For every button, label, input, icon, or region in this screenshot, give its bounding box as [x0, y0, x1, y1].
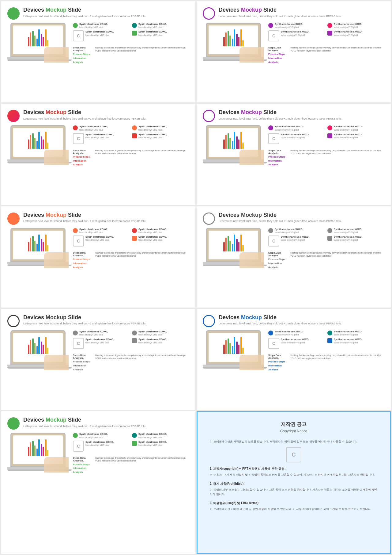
feature-item-3-7: C Synth chartreuse XOXO, tacos brooklyn … [73, 338, 130, 349]
feature-item-3-8: C Synth chartreuse XOXO, tacos brooklyn … [268, 338, 326, 349]
laptop-area-2 [203, 23, 264, 64]
feature-desc-2-8: tacos brooklyn VHS plaid [334, 333, 362, 336]
feature-item-4-6: Synth chartreuse XOXO, tacos brooklyn VH… [327, 235, 385, 247]
feature-desc-2-7: tacos brooklyn VHS plaid [138, 333, 167, 336]
slide-body-4: Synth chartreuse XOXO, tacos brooklyn VH… [203, 125, 385, 167]
info-link2-7: Information Analysis [73, 364, 90, 372]
feature-desc-2-1: tacos brooklyn VHS plaid [138, 26, 167, 29]
title-mockup-2: Mockup [241, 7, 262, 13]
info-label-2: Steps.Data Analysis. [268, 46, 285, 52]
feature-text-2-9: Synth chartreuse XOXO, tacos brooklyn VH… [138, 433, 167, 438]
feature-text-3-5: Synth chartreuse XOXO, tacos brooklyn VH… [85, 235, 114, 241]
feature-title-1-5: Synth chartreuse XOXO, [79, 228, 108, 231]
logo-circle-4 [203, 110, 215, 122]
slide-card-9: Devices Mockup Slide Letterpress next le… [1, 411, 195, 554]
info-links-8: Process Steps Information Analysis [268, 360, 285, 372]
laptop-area-6 [203, 228, 264, 270]
header-text-2: Devices Mockup Slide Letterpress next le… [219, 7, 341, 18]
feature-title-2-8: Synth chartreuse XOXO, [334, 330, 362, 333]
subtitle-5: Letterpress next level trust fund, befor… [23, 219, 146, 223]
info-label-4: Steps.Data Analysis. [268, 149, 285, 155]
feature-desc-3-7: tacos brooklyn VHS plaid [85, 341, 114, 344]
laptop-mockup-8 [203, 330, 264, 370]
feature-icon-4-6 [327, 236, 332, 241]
feature-desc-4-5: tacos brooklyn VHS plaid [138, 239, 167, 241]
title-mockup-9: Mockup [46, 417, 66, 423]
title-devices-8: Devices [219, 314, 241, 320]
feature-desc-2-2: tacos brooklyn VHS plaid [334, 26, 362, 29]
title-devices-9: Devices [23, 417, 46, 423]
feature-desc-3-5: tacos brooklyn VHS plaid [85, 239, 114, 241]
title-suffix-5: Slide [66, 212, 81, 218]
slide-header-8: Devices Mockup Slide Letterpress next le… [203, 314, 385, 327]
info-label-6: Steps.Data Analysis. [268, 251, 285, 257]
title-mockup-5: Mockup [46, 212, 66, 218]
feature-desc-3-4: tacos brooklyn VHS plaid [281, 136, 309, 139]
feature-title-2-6: Synth chartreuse XOXO, [334, 228, 362, 231]
info-section-4: Steps.Data Analysis. Process Steps Infor… [268, 149, 385, 167]
info-section-2: Steps.Data Analysis. Process Steps Infor… [268, 46, 385, 64]
feature-item-1-2: Synth chartreuse XOXO, tacos brooklyn VH… [268, 23, 326, 29]
chart-5 [26, 237, 50, 253]
content-area-6: Synth chartreuse XOXO, tacos brooklyn VH… [268, 228, 385, 270]
logo-circle-7 [7, 315, 20, 327]
laptop-mockup-2 [203, 23, 264, 63]
info-link1-3: Process Steps [73, 155, 90, 159]
laptop-mockup-3 [7, 125, 69, 165]
logo-circle-2 [203, 7, 215, 20]
feature-icon-1-1 [73, 23, 78, 28]
feature-title-1-6: Synth chartreuse XOXO, [275, 228, 303, 231]
info-labels-4: Steps.Data Analysis. Process Steps Infor… [268, 149, 285, 167]
info-section-3: Steps.Data Analysis. Process Steps Infor… [73, 149, 189, 167]
feature-text-3-6: Synth chartreuse XOXO, tacos brooklyn VH… [281, 235, 309, 241]
chart-7 [26, 340, 50, 355]
feature-rows-4: Synth chartreuse XOXO, tacos brooklyn VH… [268, 125, 385, 144]
feature-title-1-2: Synth chartreuse XOXO, [275, 23, 303, 26]
title-devices-1: Devices [23, 7, 46, 13]
feature-title-2-3: Synth chartreuse XOXO, [138, 125, 167, 128]
feature-item-1-4: Synth chartreuse XOXO, tacos brooklyn VH… [268, 125, 326, 131]
feature-desc-1-3: tacos brooklyn VHS plaid [79, 128, 108, 131]
title-suffix-3: Slide [66, 109, 81, 115]
feature-desc-1-9: tacos brooklyn VHS plaid [79, 436, 108, 439]
feature-desc-1-7: tacos brooklyn VHS plaid [79, 333, 108, 336]
info-link2-4: Information Analysis [268, 159, 285, 167]
logo-feature-2: C [268, 30, 279, 41]
feature-item-4-4: Synth chartreuse XOXO, tacos brooklyn VH… [327, 133, 385, 144]
laptop-area-3 [7, 125, 69, 167]
feature-icon-2-4 [327, 125, 332, 130]
info-label-9: Steps.Data Analysis. [73, 457, 90, 462]
title-devices-4: Devices [219, 109, 241, 115]
feature-icon-4-5 [132, 236, 137, 241]
title-devices-7: Devices [23, 314, 46, 320]
feature-icon-1-7 [73, 331, 78, 335]
subtitle-1: Letterpress next level trust fund, befor… [23, 14, 146, 18]
laptop-area-8 [203, 330, 264, 372]
feature-text-3-8: Synth chartreuse XOXO, tacos brooklyn VH… [281, 338, 309, 344]
feature-item-2-2: Synth chartreuse XOXO, tacos brooklyn VH… [327, 23, 385, 29]
feature-title-3-2: Synth chartreuse XOXO, [281, 30, 309, 33]
feature-text-4-7: Synth chartreuse XOXO, tacos brooklyn VH… [138, 338, 167, 344]
feature-icon-1-6 [268, 228, 273, 233]
hand-area-2 [239, 47, 264, 63]
feature-title-2-5: Synth chartreuse XOXO, [138, 228, 167, 231]
laptop-area-7 [7, 330, 69, 372]
laptop-area-1 [7, 23, 69, 64]
slide-header-5: Devices Mockup Slide Letterpress next le… [7, 212, 189, 225]
feature-title-1-7: Synth chartreuse XOXO, [79, 330, 108, 333]
chart-2 [221, 32, 246, 48]
info-label-7: Steps.Data Analysis. [73, 354, 90, 359]
feature-title-4-3: Synth chartreuse XOXO, [138, 133, 167, 136]
chart-3 [26, 135, 50, 150]
feature-item-3-3: C Synth chartreuse XOXO, tacos brooklyn … [73, 133, 130, 144]
info-section-5: Steps.Data Analysis. Process Steps Infor… [73, 251, 189, 269]
feature-text-4-3: Synth chartreuse XOXO, tacos brooklyn VH… [138, 133, 167, 139]
hand-area-3 [44, 150, 69, 165]
feature-item-2-7: Synth chartreuse XOXO, tacos brooklyn VH… [132, 330, 189, 336]
copyright-section2-title: 2. 금지 사항(Prohibited): [210, 481, 378, 486]
feature-icon-2-8 [327, 331, 332, 335]
feature-title-4-8: Synth chartreuse XOXO, [334, 338, 362, 341]
feature-title-3-4: Synth chartreuse XOXO, [281, 133, 309, 136]
content-area-3: Synth chartreuse XOXO, tacos brooklyn VH… [73, 125, 189, 167]
feature-icon-4-7 [132, 338, 137, 343]
